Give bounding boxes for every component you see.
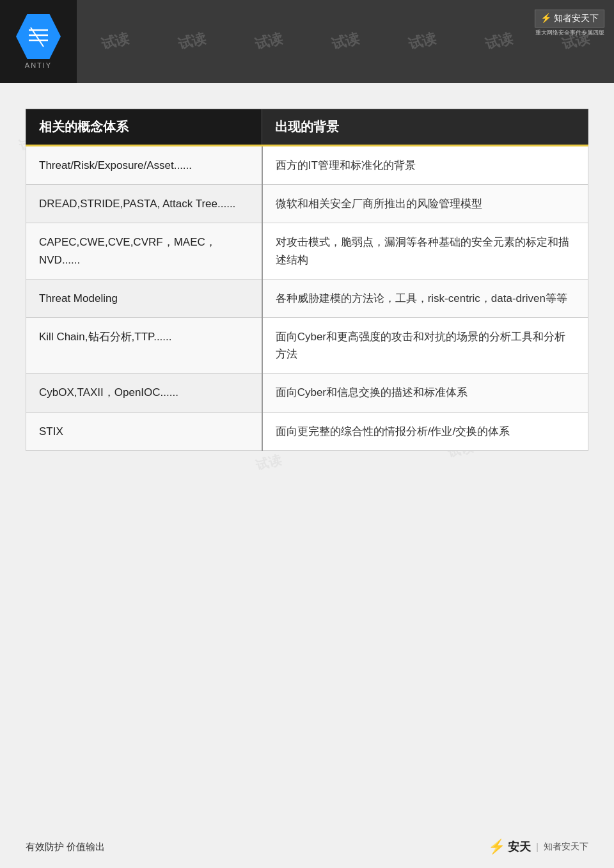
footer-brand-name: 安天 bbox=[508, 839, 531, 855]
bg-wm-12: 试读 bbox=[254, 451, 283, 470]
table-cell-right-4: 面向Cyber和更高强度的攻击和对抗的场景的分析工具和分析方法 bbox=[262, 317, 588, 373]
watermark-5: 试读 bbox=[406, 29, 438, 54]
table-row: Kill Chain,钻石分析,TTP......面向Cyber和更高强度的攻击… bbox=[26, 317, 588, 373]
footer-logo: ⚡ 安天 | 知者安天下 bbox=[488, 839, 588, 855]
table-cell-left-2: CAPEC,CWE,CVE,CVRF，MAEC，NVD...... bbox=[26, 223, 262, 279]
table-row: STIX面向更完整的综合性的情报分析/作业/交换的体系 bbox=[26, 412, 588, 450]
table-cell-right-6: 面向更完整的综合性的情报分析/作业/交换的体系 bbox=[262, 412, 588, 450]
table-cell-right-5: 面向Cyber和信息交换的描述和标准体系 bbox=[262, 374, 588, 412]
col1-header: 相关的概念体系 bbox=[26, 109, 262, 146]
content-table: 相关的概念体系 出现的背景 Threat/Risk/Exposure/Asset… bbox=[26, 109, 588, 451]
logo-svg bbox=[26, 24, 51, 49]
table-cell-right-3: 各种威胁建模的方法论，工具，risk-centric，data-driven等等 bbox=[262, 279, 588, 317]
table-cell-left-4: Kill Chain,钻石分析,TTP...... bbox=[26, 317, 262, 373]
top-right-brand: ⚡ 知者安天下 重大网络安全事件专属四版 bbox=[535, 10, 604, 37]
brand-box: ⚡ 知者安天下 bbox=[535, 10, 604, 28]
header-watermarks: 试读 试读 试读 试读 试读 试读 试读 bbox=[77, 0, 614, 83]
header: ANTIY 试读 试读 试读 试读 试读 试读 试读 ⚡ 知者安天下 重大网络安… bbox=[0, 0, 614, 83]
logo-text: ANTIY bbox=[25, 61, 52, 69]
brand-sub: 重大网络安全事件专属四版 bbox=[535, 29, 604, 37]
footer-lightning-icon: ⚡ bbox=[488, 839, 505, 855]
watermark-3: 试读 bbox=[253, 29, 285, 54]
footer-right: ⚡ 安天 | 知者安天下 bbox=[488, 839, 588, 855]
logo-hexagon bbox=[16, 14, 61, 59]
watermark-2: 试读 bbox=[176, 29, 208, 54]
logo-area: ANTIY bbox=[0, 0, 77, 83]
table-row: CAPEC,CWE,CVE,CVRF，MAEC，NVD......对攻击模式，脆… bbox=[26, 223, 588, 279]
table-cell-right-2: 对攻击模式，脆弱点，漏洞等各种基础的安全元素的标定和描述结构 bbox=[262, 223, 588, 279]
watermark-4: 试读 bbox=[329, 29, 361, 54]
table-row: DREAD,STRIDE,PASTA, Attack Tree......微软和… bbox=[26, 185, 588, 223]
footer-left-text: 有效防护 价值输出 bbox=[26, 841, 105, 853]
main-content: 试读 试读 试读 试读 试读 试读 试读 试读 试读 试读 试读 试读 试读 试… bbox=[0, 83, 614, 470]
table-cell-left-1: DREAD,STRIDE,PASTA, Attack Tree...... bbox=[26, 185, 262, 223]
table-row: Threat/Risk/Exposure/Asset......西方的IT管理和… bbox=[26, 146, 588, 185]
footer: 有效防护 价值输出 ⚡ 安天 | 知者安天下 bbox=[0, 839, 614, 855]
table-row: CybOX,TAXII，OpenIOC......面向Cyber和信息交换的描述… bbox=[26, 374, 588, 412]
watermark-6: 试读 bbox=[483, 29, 515, 54]
footer-brand-sub: 知者安天下 bbox=[544, 841, 588, 853]
watermark-1: 试读 bbox=[99, 29, 131, 54]
table-row: Threat Modeling各种威胁建模的方法论，工具，risk-centri… bbox=[26, 279, 588, 317]
footer-separator: | bbox=[536, 842, 539, 852]
col2-header: 出现的背景 bbox=[262, 109, 588, 146]
table-cell-right-1: 微软和相关安全厂商所推出的风险管理模型 bbox=[262, 185, 588, 223]
table-cell-right-0: 西方的IT管理和标准化的背景 bbox=[262, 146, 588, 185]
brand-name: 知者安天下 bbox=[554, 13, 599, 23]
table-cell-left-0: Threat/Risk/Exposure/Asset...... bbox=[26, 146, 262, 185]
table-cell-left-5: CybOX,TAXII，OpenIOC...... bbox=[26, 374, 262, 412]
table-cell-left-3: Threat Modeling bbox=[26, 279, 262, 317]
table-cell-left-6: STIX bbox=[26, 412, 262, 450]
